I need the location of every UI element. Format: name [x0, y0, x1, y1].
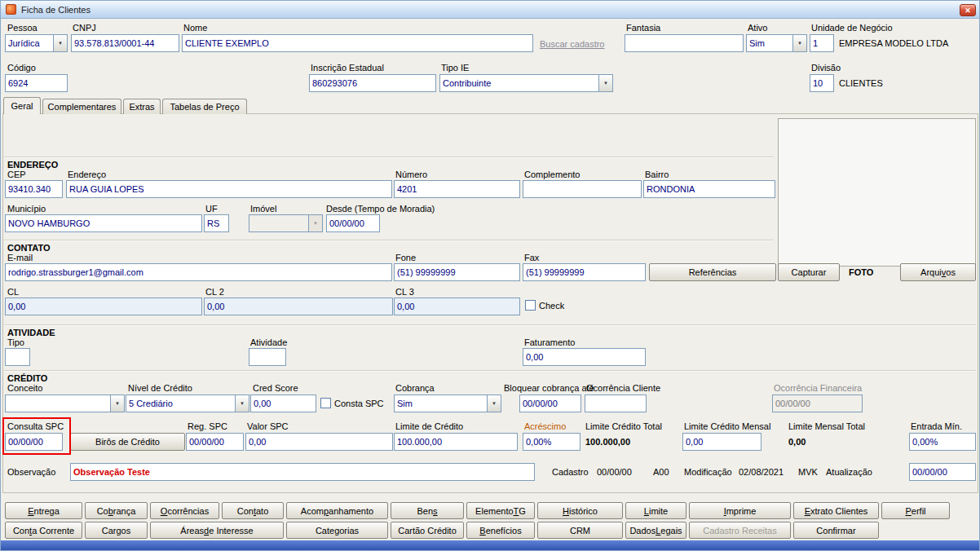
entrada-min-label: Entrada Mín. — [911, 421, 962, 431]
check-checkbox[interactable] — [525, 300, 536, 311]
elemento-tg-button[interactable]: Elemento TG — [466, 502, 535, 519]
atividade-field[interactable] — [249, 348, 286, 366]
limite-button[interactable]: Limite — [625, 502, 686, 519]
tipo-ie-select[interactable]: Contribuinte ▼ — [439, 74, 613, 92]
municipio-field[interactable]: NOVO HAMBURGO — [5, 214, 202, 232]
bens-button[interactable]: Bens — [391, 502, 464, 519]
bairro-field[interactable]: RONDONIA — [643, 180, 775, 198]
crm-button[interactable]: CRM — [537, 522, 623, 539]
endereco-field[interactable]: RUA GUIA LOPES — [66, 180, 392, 198]
reg-spc-field[interactable]: 00/00/00 — [186, 433, 244, 451]
pessoa-select[interactable]: Jurídica ▼ — [5, 34, 68, 52]
beneficios-button[interactable]: Benefícios — [466, 522, 535, 539]
cobranca-button[interactable]: Cobrança — [85, 502, 148, 519]
divisao-field[interactable]: 10 — [810, 74, 834, 92]
desde-field[interactable]: 00/00/00 — [326, 214, 380, 232]
ocorrencia-cliente-label: Ocorrência Cliente — [586, 383, 660, 393]
imprime-button[interactable]: Imprime — [689, 502, 791, 519]
email-field[interactable]: rodrigo.strassburger1@gmail.com — [5, 263, 392, 281]
biros-de-credito-button[interactable]: Birôs de Crédito — [70, 433, 185, 451]
tab-complementares[interactable]: Complementares — [42, 99, 121, 114]
areas-de-interesse-button[interactable]: Áreas de Interesse — [150, 522, 284, 539]
chevron-down-icon: ▼ — [487, 395, 501, 412]
categorias-button[interactable]: Categorias — [286, 522, 388, 539]
modificacao-label: Modificação — [684, 467, 732, 477]
nivel-credito-select[interactable]: 5 Crediário ▼ — [126, 395, 249, 412]
tab-geral[interactable]: Geral — [3, 97, 41, 114]
contato-section-title: CONTATO — [7, 243, 51, 253]
cep-field[interactable]: 93410.340 — [5, 180, 63, 198]
divisao-label: Divisão — [811, 63, 841, 73]
cadastro-date: 00/00/00 — [597, 467, 632, 477]
confirmar-button[interactable]: Confirmar — [793, 522, 879, 539]
referencias-button[interactable]: Referências — [649, 263, 776, 281]
ocorrencias-button[interactable]: Ocorrências — [150, 502, 219, 519]
extrato-clientes-button[interactable]: Extrato Clientes — [793, 502, 879, 519]
inscricao-estadual-field[interactable]: 860293076 — [309, 74, 436, 92]
capturar-button[interactable]: Capturar — [778, 263, 840, 281]
consulta-spc-field[interactable]: 00/00/00 — [5, 433, 63, 451]
unidade-negocio-field[interactable]: 1 — [810, 34, 834, 52]
faturamento-label: Faturamento — [524, 337, 575, 347]
bloquear-cobranca-label: Bloquear cobrança até — [504, 383, 594, 393]
close-button[interactable]: ✕ — [960, 4, 976, 16]
cnpj-field[interactable]: 93.578.813/0001-44 — [71, 34, 179, 52]
fax-field[interactable]: (51) 99999999 — [523, 263, 646, 281]
conceito-value — [6, 395, 110, 412]
conceito-select[interactable]: ▼ — [5, 395, 125, 412]
tab-extras[interactable]: Extras — [123, 99, 161, 114]
ocorrencia-cliente-field[interactable] — [585, 395, 647, 412]
faturamento-field[interactable]: 0,00 — [523, 348, 646, 366]
window-title: Ficha de Clientes — [21, 5, 90, 15]
desde-tempo-moradia-label: Desde (Tempo de Moradia) — [326, 204, 435, 214]
cartao-credito-button[interactable]: Cartão Crédito — [391, 522, 464, 539]
cargos-button[interactable]: Cargos — [85, 522, 148, 539]
entrada-min-field[interactable]: 0,00% — [909, 433, 976, 451]
uf-field[interactable]: RS — [204, 214, 229, 232]
contato-button[interactable]: Contato — [222, 502, 284, 519]
dados-legais-button[interactable]: Dados Legais — [625, 522, 686, 539]
limite-credito-mensal-field[interactable]: 0,00 — [682, 433, 761, 451]
numero-field[interactable]: 4201 — [394, 180, 520, 198]
titlebar[interactable]: Ficha de Clientes ✕ — [1, 1, 980, 19]
observacao-field[interactable]: Observação Teste — [70, 463, 535, 481]
nome-field[interactable]: CLIENTE EXEMPLO — [182, 34, 533, 52]
user-initials: MVK — [798, 467, 818, 477]
imovel-label: Imóvel — [250, 204, 276, 214]
historico-button[interactable]: Histórico — [537, 502, 623, 519]
separator — [4, 240, 774, 240]
valor-spc-field[interactable]: 0,00 — [245, 433, 393, 451]
arquivos-button[interactable]: Arquivos — [900, 263, 976, 281]
cadastro-receitas-button: Cadastro Receitas — [689, 522, 791, 539]
endereco-section-title: ENDEREÇO — [7, 160, 58, 170]
cred-score-label: Cred Score — [253, 383, 298, 393]
chevron-down-icon: ▼ — [53, 35, 67, 51]
cred-score-field[interactable]: 0,00 — [250, 395, 316, 412]
pessoa-label: Pessoa — [7, 23, 38, 33]
tipo-field[interactable] — [5, 348, 30, 366]
limite-credito-total-label: Limite Crédito Total — [585, 421, 662, 431]
acrescimo-field[interactable]: 0,00% — [523, 433, 580, 451]
conta-corrente-button[interactable]: Conta Corrente — [5, 522, 82, 539]
fone-field[interactable]: (51) 99999999 — [394, 263, 520, 281]
perfil-button[interactable]: Perfil — [881, 502, 950, 519]
consulta-spc-label: Consulta SPC — [7, 421, 64, 431]
bairro-label: Bairro — [645, 170, 669, 179]
entrega-button[interactable]: Entrega — [5, 502, 82, 519]
fantasia-field[interactable] — [625, 34, 744, 52]
bloquear-cobranca-field[interactable]: 00/00/00 — [519, 395, 581, 412]
acompanhamento-button[interactable]: Acompanhamento — [286, 502, 388, 519]
cnpj-label: CNPJ — [73, 23, 96, 33]
atualizacao-field[interactable]: 00/00/00 — [909, 463, 976, 481]
limite-credito-label: Limite de Crédito — [395, 421, 463, 431]
separator — [4, 156, 774, 157]
tab-tabelas-de-preco[interactable]: Tabelas de Preço — [162, 99, 247, 114]
cobranca-select[interactable]: Sim ▼ — [394, 395, 501, 412]
buscar-cadastro-link[interactable]: Buscar cadastro — [540, 39, 604, 49]
limite-credito-field[interactable]: 100.000,00 — [394, 433, 518, 451]
consta-spc-checkbox[interactable] — [320, 398, 331, 408]
complemento-field[interactable] — [523, 180, 642, 198]
ativo-select[interactable]: Sim ▼ — [746, 34, 807, 52]
codigo-field[interactable]: 6924 — [5, 74, 68, 92]
cadastro-label: Cadastro — [552, 467, 589, 477]
